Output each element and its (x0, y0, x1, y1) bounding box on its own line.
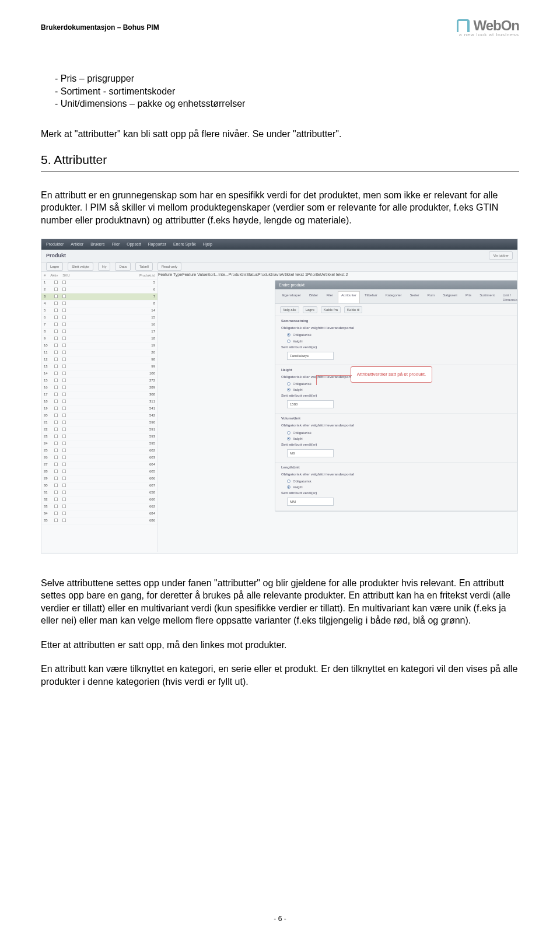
toolbar-button[interactable]: Data (115, 262, 131, 271)
logo-tagline: a new look at business (457, 32, 519, 37)
panel-tabs: EgenskaperBilderFilerAttributterTilbehør… (275, 289, 517, 304)
table-row[interactable]: 17308 (41, 391, 158, 398)
table-row[interactable]: 30607 (41, 482, 158, 489)
doc-title: Brukerdokumentasjon – Bohus PIM (41, 23, 159, 32)
table-row[interactable]: 19541 (41, 405, 158, 412)
after-p3: En attributt kan være tilknyttet en kate… (41, 663, 519, 688)
panel-tab[interactable]: Sortiment (476, 291, 498, 303)
right-panel: Feature TypeFeature ValueSort...Inte...P… (158, 272, 517, 552)
menu-item[interactable]: Filer (112, 242, 120, 247)
panel-tab[interactable]: Egenskaper (279, 291, 304, 303)
table-row[interactable]: 817 (41, 328, 158, 335)
table-row[interactable]: 1298 (41, 356, 158, 363)
attr-input[interactable]: Familiekøye (287, 352, 334, 360)
panel-tools: Velg alleLagreKoble fraKoble til (275, 304, 517, 316)
radio-icon (287, 340, 290, 343)
panel-tool-button[interactable]: Koble til (344, 306, 362, 313)
panel-tool-button[interactable]: Velg alle (280, 306, 299, 313)
table-row[interactable]: 48 (41, 300, 158, 307)
panel-tab[interactable]: Kategorier (382, 291, 405, 303)
panel-tab[interactable]: Attributter (338, 291, 360, 303)
after-p1: Selve attributtene settes opp under fane… (41, 577, 519, 627)
panel-tab[interactable]: Rom (424, 291, 439, 303)
logo-text: WebOn (473, 18, 519, 34)
table-row[interactable]: 514 (41, 307, 158, 314)
after-p2: Etter at attributten er satt opp, må den… (41, 639, 519, 652)
table-row[interactable]: 37 (41, 293, 158, 300)
table-row[interactable]: 28605 (41, 468, 158, 475)
menu-item[interactable]: Oppsett (127, 242, 141, 247)
panel-tool-button[interactable]: Lagre (303, 306, 317, 313)
table-row[interactable]: 716 (41, 321, 158, 328)
radio-icon (287, 382, 290, 386)
toolbar-button[interactable]: Slett valgte (68, 262, 93, 271)
table-row[interactable]: 26 (41, 286, 158, 293)
table-row[interactable]: 918 (41, 335, 158, 342)
page-header: Brukerdokumentasjon – Bohus PIM WebOn a … (41, 18, 519, 37)
table-row[interactable]: 34684 (41, 510, 158, 517)
attr-input[interactable]: M3 (287, 449, 334, 457)
panel-tab[interactable]: Serier (407, 291, 423, 303)
table-row[interactable]: 22591 (41, 426, 158, 433)
attr-input[interactable]: 1580 (287, 400, 334, 408)
radio-icon (287, 431, 290, 435)
bullet-item: Pris – prisgrupper (64, 72, 519, 85)
panel-tab[interactable]: Salgssett (439, 291, 461, 303)
screenshot-mock: ProdukterArtiklerBrukereFilerOppsettRapp… (41, 239, 518, 554)
page-number: - 6 - (0, 915, 560, 923)
bullet-item: Unit/dimensions – pakke og enhetsstørrel… (64, 97, 519, 110)
panel-sec-volumeunit: VolumeUnit Obligatorisk eller valgfritt … (275, 414, 517, 463)
panel-tab[interactable]: Filer (323, 291, 337, 303)
logo: WebOn a new look at business (457, 18, 519, 37)
menubar: ProdukterArtiklerBrukereFilerOppsettRapp… (41, 239, 517, 250)
table-row[interactable]: 25602 (41, 447, 158, 454)
table-row[interactable]: 20542 (41, 412, 158, 419)
panel-tab[interactable]: Bilder (306, 291, 321, 303)
toolbar-button[interactable]: Lagre (46, 262, 63, 271)
vis-jobber-button[interactable]: Vis jobber (489, 251, 513, 260)
radio-icon (287, 437, 290, 440)
toolbar-button[interactable]: Ny (98, 262, 110, 271)
table-row[interactable]: 16289 (41, 384, 158, 391)
radio-icon (287, 480, 290, 483)
toolbar-button[interactable]: Tabell (135, 262, 153, 271)
menu-item[interactable]: Hjelp (203, 242, 212, 247)
table-row[interactable]: 35686 (41, 517, 158, 524)
table-row[interactable]: 33662 (41, 503, 158, 510)
table-row[interactable]: 15 (41, 279, 158, 286)
panel-tab[interactable]: Pris (462, 291, 475, 303)
attr-input[interactable]: MM (287, 498, 334, 506)
callout: Attributtverdier satt på et produkt. (351, 366, 432, 383)
menu-item[interactable]: Artikler (71, 242, 83, 247)
table-row[interactable]: 26603 (41, 454, 158, 461)
panel-tab[interactable]: Unit / Dimension (499, 291, 518, 303)
menu-item[interactable]: Produkter (46, 242, 64, 247)
panel-sec-lengthunit: LengthUnit Obligatorisk eller valgfritt … (275, 463, 517, 512)
table-row[interactable]: 1399 (41, 363, 158, 370)
table-row[interactable]: 29606 (41, 475, 158, 482)
view-header: Produkt Vis jobber (41, 250, 517, 262)
menu-item[interactable]: Endre Språk (173, 242, 196, 247)
table-row[interactable]: 18311 (41, 398, 158, 405)
intro-note: Merk at "attributter" kan bli satt opp p… (41, 128, 519, 141)
toolbar-button[interactable]: Read-only (158, 262, 181, 271)
panel-tool-button[interactable]: Koble fra (321, 306, 341, 313)
table-row[interactable]: 32660 (41, 496, 158, 503)
table-row[interactable]: 1019 (41, 342, 158, 349)
table-row[interactable]: 615 (41, 314, 158, 321)
bullet-list: Pris – prisgrupper Sortiment - sortiment… (41, 72, 519, 110)
table-row[interactable]: 14100 (41, 370, 158, 377)
table-row[interactable]: 15272 (41, 377, 158, 384)
table-row[interactable]: 31658 (41, 489, 158, 496)
panel-tab[interactable]: Tilbehør (361, 291, 381, 303)
table-row[interactable]: 23593 (41, 433, 158, 440)
toolbar: LagreSlett valgteNyDataTabellRead-only (41, 262, 517, 272)
table-row[interactable]: 27604 (41, 461, 158, 468)
table-row[interactable]: 1120 (41, 349, 158, 356)
menu-item[interactable]: Rapporter (148, 242, 166, 247)
section-title: 5. Attributter (41, 152, 519, 171)
section-p1: En attributt er en grunnegenskap som har… (41, 189, 519, 227)
table-row[interactable]: 21590 (41, 419, 158, 426)
menu-item[interactable]: Brukere (90, 242, 105, 247)
table-row[interactable]: 24595 (41, 440, 158, 447)
